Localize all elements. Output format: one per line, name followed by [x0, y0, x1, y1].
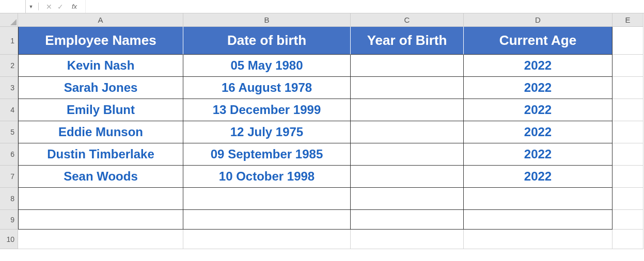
row-header-4[interactable]: 4 — [0, 99, 18, 121]
cell-a2[interactable]: Kevin Nash — [18, 55, 183, 77]
cell-d8[interactable] — [464, 188, 612, 210]
row-header-10[interactable]: 10 — [0, 230, 18, 249]
cell-b4[interactable]: 13 December 1999 — [183, 99, 351, 121]
cell-e8[interactable] — [612, 188, 643, 210]
cell-b1[interactable]: Date of birth — [183, 27, 351, 55]
row-header-7[interactable]: 7 — [0, 166, 18, 188]
cell-e7[interactable] — [612, 166, 643, 188]
cell-b10[interactable] — [183, 230, 351, 249]
cell-a4[interactable]: Emily Blunt — [18, 99, 183, 121]
cell-a3[interactable]: Sarah Jones — [18, 77, 183, 99]
cell-a10[interactable] — [18, 230, 183, 249]
spreadsheet-grid: A B C D E 1 Employee Names Date of birth… — [0, 13, 644, 249]
cell-b7[interactable]: 10 October 1998 — [183, 166, 351, 188]
cell-a8[interactable] — [18, 188, 183, 210]
row-header-5[interactable]: 5 — [0, 121, 18, 143]
row-header-6[interactable]: 6 — [0, 143, 18, 166]
col-header-d[interactable]: D — [464, 13, 612, 27]
cell-c10[interactable] — [351, 230, 464, 249]
cell-d7[interactable]: 2022 — [464, 166, 612, 188]
row-header-3[interactable]: 3 — [0, 77, 18, 99]
cell-a6[interactable]: Dustin Timberlake — [18, 143, 183, 166]
row-header-1[interactable]: 1 — [0, 27, 18, 55]
cell-e9[interactable] — [612, 210, 643, 230]
cell-e1[interactable] — [612, 27, 643, 55]
cell-b6[interactable]: 09 September 1985 — [183, 143, 351, 166]
col-header-b[interactable]: B — [183, 13, 351, 27]
enter-icon[interactable]: ✓ — [57, 3, 64, 11]
row-header-9[interactable]: 9 — [0, 210, 18, 230]
cell-a1[interactable]: Employee Names — [18, 27, 183, 55]
cell-e3[interactable] — [612, 77, 643, 99]
cell-e10[interactable] — [612, 230, 643, 249]
formula-controls: ✕ ✓ fx — [41, 0, 86, 13]
col-header-c[interactable]: C — [351, 13, 464, 27]
cell-c6[interactable] — [351, 143, 464, 166]
row-header-2[interactable]: 2 — [0, 55, 18, 77]
row-header-8[interactable]: 8 — [0, 188, 18, 210]
cell-e5[interactable] — [612, 121, 643, 143]
cell-e2[interactable] — [612, 55, 643, 77]
cell-c1[interactable]: Year of Birth — [351, 27, 464, 55]
cell-c3[interactable] — [351, 77, 464, 99]
cell-d5[interactable]: 2022 — [464, 121, 612, 143]
cell-a7[interactable]: Sean Woods — [18, 166, 183, 188]
fx-icon[interactable]: fx — [69, 3, 80, 10]
cell-b8[interactable] — [183, 188, 351, 210]
cell-e6[interactable] — [612, 143, 643, 166]
cell-c4[interactable] — [351, 99, 464, 121]
cell-d10[interactable] — [464, 230, 612, 249]
name-box[interactable] — [0, 0, 26, 13]
cell-c8[interactable] — [351, 188, 464, 210]
cell-d9[interactable] — [464, 210, 612, 230]
cell-a5[interactable]: Eddie Munson — [18, 121, 183, 143]
cell-d2[interactable]: 2022 — [464, 55, 612, 77]
divider — [38, 3, 39, 10]
cell-b2[interactable]: 05 May 1980 — [183, 55, 351, 77]
cell-b5[interactable]: 12 July 1975 — [183, 121, 351, 143]
cell-d1[interactable]: Current Age — [464, 27, 612, 55]
cell-c5[interactable] — [351, 121, 464, 143]
cell-d3[interactable]: 2022 — [464, 77, 612, 99]
cell-d4[interactable]: 2022 — [464, 99, 612, 121]
col-header-a[interactable]: A — [18, 13, 183, 27]
cell-a9[interactable] — [18, 210, 183, 230]
cell-e4[interactable] — [612, 99, 643, 121]
cancel-icon[interactable]: ✕ — [46, 3, 52, 11]
cell-b3[interactable]: 16 August 1978 — [183, 77, 351, 99]
col-header-e[interactable]: E — [612, 13, 643, 27]
select-all-corner[interactable] — [0, 13, 18, 27]
svg-marker-0 — [10, 19, 17, 25]
cell-c9[interactable] — [351, 210, 464, 230]
cell-b9[interactable] — [183, 210, 351, 230]
cell-d6[interactable]: 2022 — [464, 143, 612, 166]
formula-input[interactable] — [86, 0, 644, 13]
name-box-dropdown-icon[interactable]: ▼ — [26, 4, 36, 9]
formula-bar: ▼ ✕ ✓ fx — [0, 0, 644, 13]
cell-c2[interactable] — [351, 55, 464, 77]
cell-c7[interactable] — [351, 166, 464, 188]
